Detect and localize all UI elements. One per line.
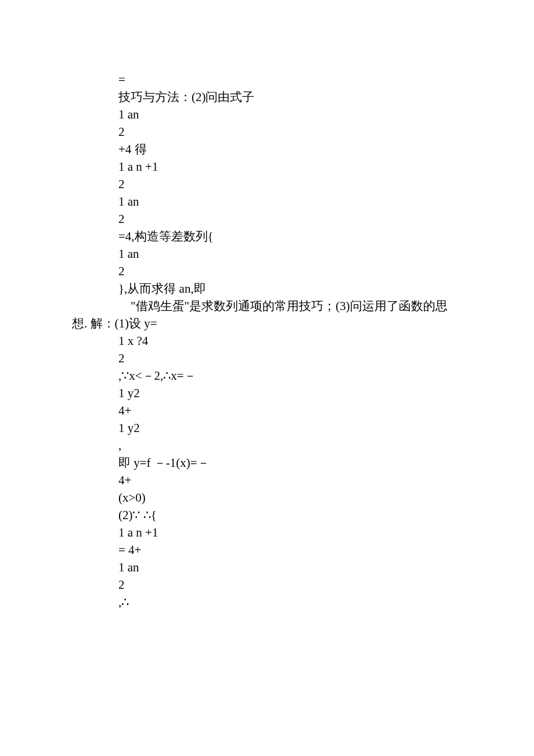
text-line: },从而求得 an,即: [118, 280, 464, 297]
text-line: 1 x ?4: [118, 332, 464, 350]
text-line: (2)∵ ∴{: [118, 506, 464, 524]
text-line: 技巧与方法：(2)问由式子: [118, 88, 464, 106]
document-page: = 技巧与方法：(2)问由式子 1 an 2 +4 得 1 a n +1 2 1…: [0, 0, 534, 756]
text-line: ,∵x<－2,∴x=－: [118, 367, 464, 384]
text-line: ,∴: [118, 593, 464, 611]
text-line: 2: [118, 576, 464, 593]
text-line: =: [118, 71, 464, 88]
text-line: "借鸡生蛋"是求数列通项的常用技巧；(3)问运用了函数的思: [72, 297, 464, 315]
text-line: 想. 解：(1)设 y=: [72, 315, 464, 332]
text-line: = 4+: [118, 541, 464, 559]
text-line: 1 a n +1: [118, 524, 464, 541]
text-line: 2: [118, 262, 464, 280]
text-line: ,: [118, 437, 464, 454]
text-line: (x>0): [118, 489, 464, 506]
text-line: 4+: [118, 471, 464, 489]
text-line: 1 an: [118, 106, 464, 123]
text-line: 1 an: [118, 245, 464, 262]
wrapped-paragraph: "借鸡生蛋"是求数列通项的常用技巧；(3)问运用了函数的思 想. 解：(1)设 …: [72, 297, 464, 332]
text-line: 1 an: [118, 193, 464, 210]
text-line: +4 得: [118, 141, 464, 158]
text-line: 2: [118, 123, 464, 141]
text-line: 即 y=f －-1(x)=－: [118, 454, 464, 471]
text-line: 1 y2: [118, 419, 464, 437]
text-line: =4,构造等差数列{: [118, 228, 464, 245]
text-line: 1 a n +1: [118, 158, 464, 175]
text-line: 1 y2: [118, 384, 464, 402]
text-line: 2: [118, 350, 464, 367]
text-line: 2: [118, 175, 464, 193]
text-line: 2: [118, 210, 464, 228]
text-line: 4+: [118, 402, 464, 419]
text-line: 1 an: [118, 559, 464, 576]
